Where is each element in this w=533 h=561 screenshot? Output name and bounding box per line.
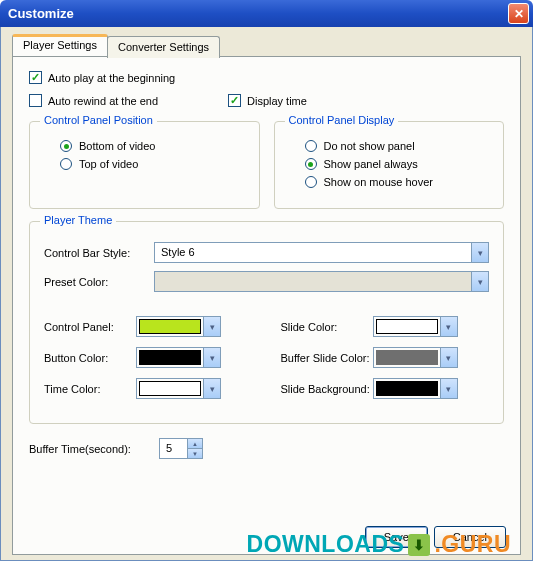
group-title: Player Theme (40, 214, 116, 226)
label-slide-bg: Slide Background: (281, 383, 373, 395)
group-player-theme: Player Theme Control Bar Style: Style 6 … (29, 221, 504, 424)
group-control-display: Control Panel Display Do not show panel … (274, 121, 505, 209)
radio-label: Show on mouse hover (324, 176, 433, 188)
color-swatch (376, 381, 438, 396)
radio-label: Bottom of video (79, 140, 155, 152)
color-swatch (139, 381, 201, 396)
chevron-down-icon[interactable] (471, 272, 488, 291)
combo-value: Style 6 (155, 243, 471, 262)
label-slide-color: Slide Color: (281, 321, 373, 333)
color-swatch (139, 319, 201, 334)
color-slide[interactable] (373, 316, 458, 337)
combo-barstyle[interactable]: Style 6 (154, 242, 489, 263)
radio-hover[interactable] (305, 176, 317, 188)
checkbox-autorewind[interactable] (29, 94, 42, 107)
radio-always[interactable] (305, 158, 317, 170)
tab-label: Player Settings (23, 39, 97, 51)
label-time-color: Time Color: (44, 383, 136, 395)
close-icon: ✕ (514, 7, 524, 21)
spinner-buffer-time[interactable]: 5 ▲ ▼ (159, 438, 203, 459)
chevron-down-icon[interactable] (471, 243, 488, 262)
color-swatch (376, 319, 438, 334)
checkbox-displaytime[interactable] (228, 94, 241, 107)
color-buffer-slide[interactable] (373, 347, 458, 368)
checkbox-label: Auto play at the beginning (48, 72, 175, 84)
chevron-down-icon[interactable] (440, 317, 457, 336)
chevron-down-icon[interactable] (203, 379, 220, 398)
tab-strip: Player Settings Converter Settings (12, 34, 219, 56)
chevron-down-icon[interactable] (440, 379, 457, 398)
label-barstyle: Control Bar Style: (44, 247, 154, 259)
close-button[interactable]: ✕ (508, 3, 529, 24)
window-title: Customize (8, 6, 508, 21)
spinner-value: 5 (160, 439, 187, 458)
spinner-down-icon[interactable]: ▼ (188, 449, 202, 458)
color-button[interactable] (136, 347, 221, 368)
spinner-up-icon[interactable]: ▲ (188, 439, 202, 449)
color-swatch (139, 350, 201, 365)
label-buffer-slide: Buffer Slide Color: (281, 352, 373, 364)
label-preset: Preset Color: (44, 276, 154, 288)
chevron-down-icon[interactable] (440, 348, 457, 367)
combo-preset[interactable] (154, 271, 489, 292)
group-control-position: Control Panel Position Bottom of video T… (29, 121, 260, 209)
color-control-panel[interactable] (136, 316, 221, 337)
color-slide-bg[interactable] (373, 378, 458, 399)
radio-top[interactable] (60, 158, 72, 170)
label-buffer-time: Buffer Time(second): (29, 443, 159, 455)
radio-label: Top of video (79, 158, 138, 170)
group-title: Control Panel Position (40, 114, 157, 126)
radio-label: Show panel always (324, 158, 418, 170)
group-title: Control Panel Display (285, 114, 399, 126)
window-body: Player Settings Converter Settings Auto … (0, 27, 533, 561)
save-button[interactable]: Save (365, 526, 428, 548)
label-button-color: Button Color: (44, 352, 136, 364)
checkbox-label: Auto rewind at the end (48, 95, 228, 107)
tab-panel-player: Auto play at the beginning Auto rewind a… (12, 56, 521, 555)
chevron-down-icon[interactable] (203, 317, 220, 336)
dialog-buttons: Save Cancel (365, 526, 506, 548)
cancel-button[interactable]: Cancel (434, 526, 506, 548)
radio-bottom[interactable] (60, 140, 72, 152)
label-control-panel: Control Panel: (44, 321, 136, 333)
tab-converter-settings[interactable]: Converter Settings (107, 36, 220, 58)
title-bar: Customize ✕ (0, 0, 533, 27)
checkbox-label: Display time (247, 95, 307, 107)
radio-label: Do not show panel (324, 140, 415, 152)
combo-value (155, 272, 471, 291)
checkbox-autoplay[interactable] (29, 71, 42, 84)
chevron-down-icon[interactable] (203, 348, 220, 367)
tab-label: Converter Settings (118, 41, 209, 53)
color-time[interactable] (136, 378, 221, 399)
tab-player-settings[interactable]: Player Settings (12, 34, 108, 56)
radio-no-panel[interactable] (305, 140, 317, 152)
color-swatch (376, 350, 438, 365)
